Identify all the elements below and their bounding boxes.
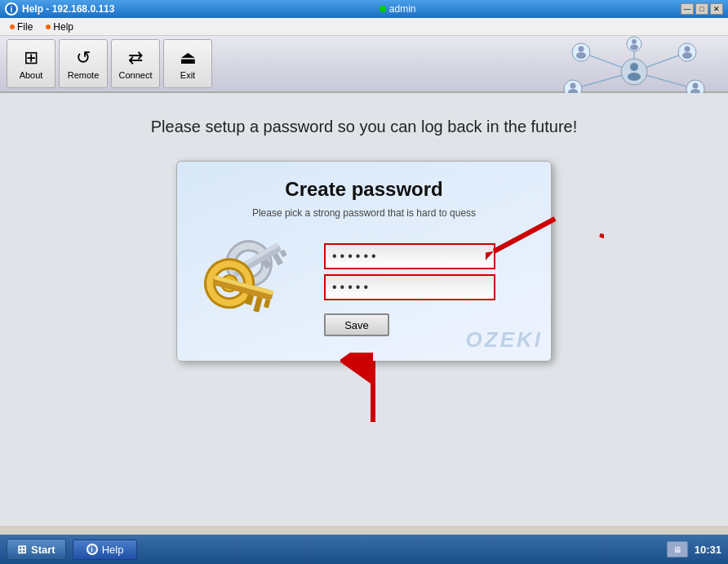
svg-point-21 [632,39,637,44]
svg-point-13 [682,52,692,59]
menu-file-label: File [17,21,33,33]
svg-point-15 [693,83,699,89]
minimize-button[interactable]: — [681,3,694,15]
connect-label: Connect [119,70,153,80]
about-button[interactable]: ⊞ About [7,39,55,88]
remote-label: Remote [68,70,100,80]
exit-icon: ⏏ [180,47,197,69]
taskbar-monitor-icon: 🖥 [667,541,688,557]
exit-label: Exit [180,70,195,80]
help-taskbar-icon: i [87,544,98,555]
window-title: Help - 192.168.0.113 [22,3,114,15]
svg-line-39 [600,235,604,268]
main-content: Please setup a password so you can log b… [0,93,728,526]
create-password-dialog: Create password Please pick a strong pas… [176,161,552,362]
admin-indicator: admin [380,3,416,15]
app-icon: i [5,2,18,16]
about-icon: ⊞ [24,47,38,69]
svg-rect-36 [253,297,262,313]
menu-bar: File Help [0,18,728,36]
svg-point-5 [621,59,647,85]
remote-button[interactable]: ↺ Remote [59,39,108,88]
arrow-right [522,231,604,296]
taskbar-right: 🖥 10:31 [667,541,721,557]
title-controls[interactable]: — □ ✕ [681,3,723,15]
password-input-1[interactable] [324,243,495,269]
password-input-2[interactable] [324,274,495,300]
svg-rect-29 [280,249,287,257]
svg-point-12 [685,47,690,52]
form-area: Save [324,235,526,336]
title-bar-left: i Help - 192.168.0.113 [5,2,114,16]
connect-button[interactable]: ⇄ Connect [111,39,160,88]
svg-rect-37 [264,299,270,308]
maximize-button[interactable]: □ [695,3,708,15]
svg-point-9 [579,47,584,52]
admin-label: admin [389,3,416,15]
status-dot [380,6,386,12]
close-button[interactable]: ✕ [710,3,723,15]
dialog-subtitle: Please pick a strong password that is ha… [202,207,526,219]
start-button[interactable]: ⊞ Start [7,539,66,560]
svg-point-7 [628,73,641,81]
svg-point-18 [570,83,576,89]
title-bar: i Help - 192.168.0.113 admin — □ ✕ [0,0,728,18]
key-image [189,223,304,345]
menu-help-label: Help [53,21,73,33]
start-label: Start [31,544,55,556]
clock: 10:31 [695,544,721,556]
svg-point-10 [576,52,586,59]
dialog-title: Create password [202,178,526,201]
ozeki-watermark: OZEKI [466,327,543,353]
about-label: About [20,70,43,80]
help-taskbar-label: Help [102,544,124,556]
taskbar: ⊞ Start i Help 🖥 10:31 [0,535,728,564]
menu-help[interactable]: Help [39,20,80,34]
exit-button[interactable]: ⏏ Exit [163,39,212,88]
start-icon: ⊞ [17,543,27,556]
menu-file[interactable]: File [3,20,39,34]
menu-dot [10,24,15,29]
prompt-text: Please setup a password so you can log b… [33,118,695,136]
svg-point-6 [630,63,638,71]
remote-icon: ↺ [76,47,91,69]
help-taskbar-button[interactable]: i Help [73,540,138,560]
save-button[interactable]: Save [324,313,389,336]
svg-point-22 [630,45,638,51]
menu-dot2 [46,24,51,29]
connect-icon: ⇄ [128,47,143,69]
arrow-to-save [340,353,406,426]
